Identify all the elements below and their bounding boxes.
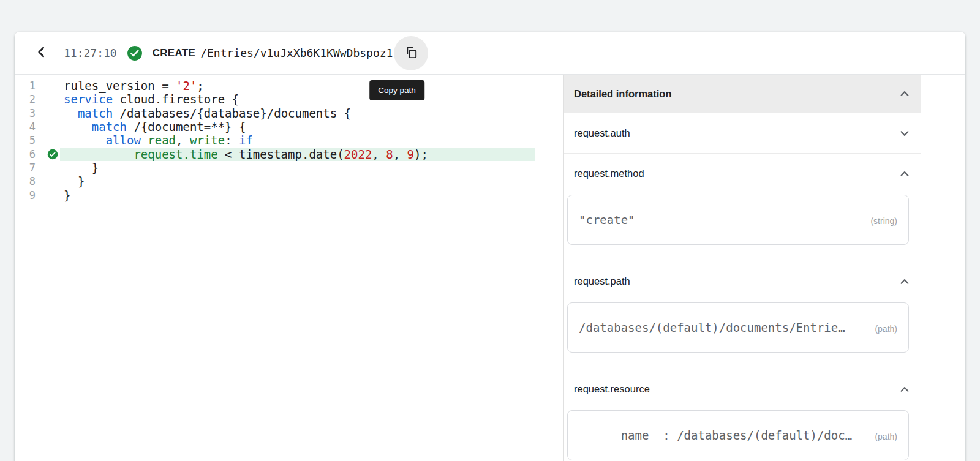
code-token: : <box>225 133 239 147</box>
value-type-label: (string) <box>870 216 897 226</box>
code-line-3[interactable]: 3 match /databases/{database}/documents … <box>15 107 564 120</box>
section-label: request.auth <box>574 127 630 139</box>
code-token <box>64 133 106 147</box>
details-title: Detailed information <box>574 88 672 100</box>
section-label: request.method <box>574 168 644 179</box>
code-token: request.time <box>134 148 217 161</box>
code-line-8[interactable]: 8 } <box>15 174 564 188</box>
back-button[interactable] <box>28 40 55 67</box>
chevron-up-icon[interactable] <box>897 274 913 290</box>
request-method-label: CREATE <box>153 47 195 59</box>
section-label: request.path <box>574 275 630 287</box>
section-row-request.method[interactable]: request.method <box>564 153 921 193</box>
value-text: /databases/(default)/documents/Entrie… <box>579 321 872 334</box>
code-token: allow <box>106 133 141 147</box>
code-token: write <box>190 133 225 147</box>
code-text: } <box>60 189 70 202</box>
value-type-label: (path) <box>875 432 897 441</box>
copy-path-button[interactable] <box>394 36 428 70</box>
code-token: ; <box>197 79 203 92</box>
request-header: 11:27:10 CREATE /Entries/v1uJxXb6K1KWwDb… <box>15 32 965 75</box>
code-text: request.time < timestamp.date(2022, 8, 9… <box>60 148 535 161</box>
code-line-1[interactable]: 1rules_version = '2'; <box>15 79 564 92</box>
code-token: read <box>148 133 176 147</box>
value-text: __name__: /databases/(default)/doc… <box>579 429 872 442</box>
request-path-label: /Entries/v1uJxXb6K1KWwDbspoz1 <box>200 47 393 59</box>
value-card: __name__: /databases/(default)/doc…(path… <box>567 410 909 460</box>
value-card: /databases/(default)/documents/Entrie…(p… <box>567 302 909 353</box>
code-line-2[interactable]: 2service cloud.firestore { <box>15 92 564 106</box>
line-number: 7 <box>15 162 36 174</box>
detailed-information-panel: Detailed information request.authrequest… <box>564 75 921 461</box>
value-type-label: (path) <box>875 324 897 334</box>
section-label: request.resource <box>574 383 650 395</box>
line-number: 5 <box>15 134 36 146</box>
chevron-up-icon[interactable] <box>897 166 913 182</box>
details-header[interactable]: Detailed information <box>564 75 921 113</box>
code-text: service cloud.firestore { <box>60 92 239 106</box>
value-card: "create"(string) <box>567 195 909 245</box>
gutter-marker <box>45 108 60 119</box>
request-timestamp: 11:27:10 <box>64 47 117 59</box>
code-token <box>64 148 134 161</box>
code-token: match <box>92 120 127 133</box>
value-text: "create" <box>579 213 868 227</box>
code-token: service <box>64 92 113 106</box>
gutter-marker <box>45 94 60 105</box>
request-detail-card: 11:27:10 CREATE /Entries/v1uJxXb6K1KWwDb… <box>15 32 965 461</box>
check-circle-icon <box>45 149 60 160</box>
chevron-up-icon[interactable] <box>897 86 913 102</box>
copy-path-tooltip: Copy path <box>369 80 424 100</box>
line-number: 4 <box>15 121 36 133</box>
code-token <box>64 107 78 120</box>
copy-icon <box>404 45 418 61</box>
line-number: 6 <box>15 148 36 160</box>
code-text: match /{document=**} { <box>60 120 246 133</box>
gutter-marker <box>45 162 60 173</box>
section-row-request.auth[interactable]: request.auth <box>564 113 921 153</box>
code-token: } <box>64 174 85 188</box>
code-token: '2' <box>176 79 197 92</box>
code-token: 9 <box>407 148 414 161</box>
line-number: 3 <box>15 107 36 119</box>
code-text: } <box>60 174 85 188</box>
code-line-5[interactable]: 5 allow read, write: if <box>15 133 564 147</box>
line-number: 8 <box>15 175 36 187</box>
section-row-request.path[interactable]: request.path <box>564 261 921 301</box>
code-token: } <box>64 161 99 174</box>
gutter-marker <box>45 135 60 146</box>
details-sections: request.authrequest.method"create"(strin… <box>564 113 921 460</box>
code-line-4[interactable]: 4 match /{document=**} { <box>15 120 564 133</box>
code-token: , <box>393 148 407 161</box>
section-row-request.resource[interactable]: request.resource <box>564 369 921 409</box>
code-text: match /databases/{database}/documents { <box>60 107 351 120</box>
code-token: /{document=**} { <box>127 120 246 133</box>
code-text: allow read, write: if <box>60 133 253 147</box>
code-token <box>64 120 92 133</box>
code-token: ); <box>414 148 428 161</box>
code-token: cloud.firestore { <box>113 92 239 106</box>
chevron-up-icon[interactable] <box>897 381 913 397</box>
line-number: 9 <box>15 189 36 201</box>
code-text: } <box>60 161 99 174</box>
arrow-back-icon <box>34 44 50 62</box>
code-token: 8 <box>386 148 393 161</box>
code-text: rules_version = '2'; <box>60 79 204 92</box>
gutter-marker <box>45 121 60 132</box>
gutter-marker <box>45 176 60 187</box>
code-token: < timestamp.date( <box>218 148 344 161</box>
code-line-7[interactable]: 7 } <box>15 161 564 174</box>
code-line-6[interactable]: 6 request.time < timestamp.date(2022, 8,… <box>15 147 564 160</box>
gutter-marker <box>45 80 60 91</box>
chevron-down-icon[interactable] <box>897 126 913 141</box>
code-token: , <box>176 133 190 147</box>
code-token: match <box>78 107 113 120</box>
code-token: , <box>372 148 386 161</box>
gutter-marker <box>45 190 60 201</box>
code-token: 2022 <box>344 148 372 161</box>
code-line-9[interactable]: 9} <box>15 188 564 201</box>
code-token: } <box>64 189 70 202</box>
line-number: 1 <box>15 80 36 92</box>
rules-editor[interactable]: 1rules_version = '2';2service cloud.fire… <box>15 75 564 461</box>
code-token: if <box>239 133 253 147</box>
